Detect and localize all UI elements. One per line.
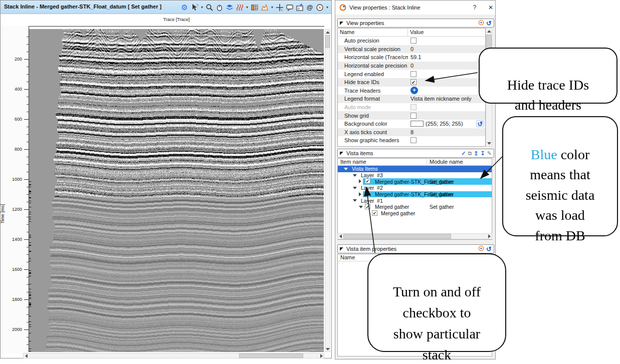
property-checkbox[interactable]: [410, 38, 417, 44]
close-icon[interactable]: ✕: [487, 4, 495, 11]
dialog-titlebar[interactable]: View properties : Stack Inline ? ✕: [335, 1, 495, 15]
item-visibility-checkbox[interactable]: [365, 191, 370, 197]
expander-down-icon[interactable]: [353, 199, 357, 202]
zoom-icon[interactable]: [205, 3, 214, 12]
expander-down-icon[interactable]: [359, 206, 363, 208]
grid-display-icon[interactable]: [250, 3, 259, 12]
scroll-left-icon[interactable]: [24, 353, 29, 358]
vertical-scroll-thumb[interactable]: [325, 35, 330, 48]
property-row[interactable]: Legend formatVista item nickname only: [338, 95, 485, 103]
y-tick-label: 600: [6, 117, 22, 122]
expander-right-icon[interactable]: [359, 179, 361, 183]
property-checkbox[interactable]: ✓: [410, 79, 417, 85]
reset-undo-icon[interactable]: ↺: [486, 246, 492, 252]
scroll-up-icon[interactable]: [325, 30, 330, 35]
target-icon[interactable]: [478, 244, 484, 253]
collapse-icon[interactable]: [340, 22, 343, 25]
item-visibility-checkbox[interactable]: ✓: [365, 204, 370, 209]
reset-undo-icon[interactable]: ↺: [486, 20, 492, 27]
view-properties-section-header[interactable]: View properties ↺: [337, 19, 494, 28]
settings-gear-icon[interactable]: ⚙: [180, 3, 189, 12]
property-checkbox[interactable]: [410, 113, 417, 119]
mouse-tool-icon[interactable]: [215, 3, 224, 12]
page: { "seismic_window": { "title": "Stack In…: [0, 0, 620, 364]
compass-caret-icon[interactable]: ▾: [325, 5, 329, 10]
scroll-right-icon[interactable]: [319, 353, 324, 358]
property-row[interactable]: Vertical scale precision0: [338, 45, 485, 54]
tree-row[interactable]: ✓Merged gatherSet gather: [338, 204, 492, 210]
seismic-canvas[interactable]: [29, 29, 324, 352]
plot-vertical-scrollbar[interactable]: [325, 29, 330, 352]
property-row[interactable]: Horizontal scale precision0: [338, 62, 485, 70]
property-row[interactable]: Hide trace IDs✓: [338, 78, 485, 87]
select-tool-icon[interactable]: [190, 3, 199, 12]
scroll-down-icon[interactable]: [325, 346, 330, 351]
vista-items-scroll-thumb[interactable]: [343, 234, 451, 239]
scroll-up-icon[interactable]: [486, 29, 492, 34]
select-tool-caret-icon[interactable]: ▾: [200, 5, 204, 10]
collapse-icon[interactable]: [340, 247, 343, 251]
copy-icon[interactable]: ⧉: [468, 151, 472, 156]
property-row[interactable]: Background color(255; 255; 255)↺: [338, 120, 485, 128]
vista-logo-icon: [339, 4, 346, 13]
wiggle-display-caret-icon[interactable]: ▾: [245, 5, 249, 10]
tree-row[interactable]: Layer #2: [338, 185, 492, 191]
add-trace-header-button[interactable]: +: [410, 87, 418, 94]
draw-pen-icon[interactable]: ✎: [487, 151, 492, 156]
collapse-icon[interactable]: [340, 152, 343, 155]
expander-down-icon[interactable]: [353, 187, 357, 189]
scroll-left-icon[interactable]: [338, 234, 343, 239]
tree-row[interactable]: ✓Merged gather-STK_Float_datumSet gather: [338, 178, 492, 185]
target-icon[interactable]: [478, 19, 484, 28]
property-row[interactable]: Show graphic headers: [338, 136, 485, 145]
wiggle-display-icon[interactable]: [235, 3, 244, 12]
layers-icon[interactable]: [225, 3, 234, 12]
property-name: Horizontal scale (Trace/cm): [338, 54, 408, 60]
scroll-right-icon[interactable]: [487, 234, 492, 239]
vista-items-horizontal-scrollbar[interactable]: [337, 233, 492, 239]
tree-row[interactable]: Layer #3: [338, 172, 492, 179]
vista-items-tree: Vista ItemsLayer #3✓Merged gather-STK_Fl…: [337, 166, 492, 233]
help-button[interactable]: ?: [471, 4, 479, 11]
property-row[interactable]: Trace Headers+: [338, 87, 485, 95]
histogram-icon[interactable]: [260, 3, 269, 12]
property-checkbox[interactable]: [410, 137, 417, 143]
snapshot-icon[interactable]: [295, 3, 304, 12]
horizontal-scroll-thumb[interactable]: [239, 353, 303, 358]
tree-row[interactable]: Layer #1: [338, 197, 492, 204]
property-value: [408, 104, 485, 110]
check-all-icon[interactable]: ✓: [461, 151, 466, 156]
import-up-icon[interactable]: ↥: [474, 151, 478, 156]
property-row[interactable]: Auto precision: [338, 37, 485, 45]
tree-row[interactable]: ✓Merged gather: [338, 210, 492, 217]
tree-row[interactable]: Vista Items: [338, 166, 492, 172]
expander-down-icon[interactable]: [353, 174, 357, 177]
property-checkbox[interactable]: [410, 71, 417, 77]
property-value-text: Vista item nickname only: [410, 96, 471, 102]
reset-undo-icon[interactable]: ↺: [476, 120, 484, 127]
vista-items-section-header[interactable]: Vista items ✓ ⧉ ↥ ↧ ✎: [337, 149, 494, 158]
vista-item-properties-section-header[interactable]: Vista item properties ↺: [337, 244, 494, 253]
plot-horizontal-scrollbar[interactable]: [23, 353, 324, 358]
expander-down-icon[interactable]: [344, 168, 348, 170]
seismic-window-titlebar[interactable]: Stack Inline - Merged gather-STK_Float_d…: [1, 1, 331, 14]
compass-icon[interactable]: [315, 3, 324, 12]
tree-row[interactable]: Merged gather-STK_Final_datumSet gather: [338, 191, 492, 198]
module-name: Set gather: [430, 179, 454, 185]
color-swatch[interactable]: [410, 121, 424, 127]
item-visibility-checkbox[interactable]: ✓: [372, 210, 377, 216]
property-value: [408, 137, 485, 143]
at-mention-icon[interactable]: @: [305, 3, 314, 12]
scroll-down-icon[interactable]: [486, 141, 492, 146]
export-down-icon[interactable]: ↧: [481, 151, 485, 156]
crosshair-icon[interactable]: [275, 3, 284, 12]
item-visibility-checkbox[interactable]: ✓: [365, 178, 370, 184]
expander-right-icon[interactable]: [359, 192, 361, 196]
histogram-caret-icon[interactable]: ▾: [270, 5, 274, 10]
comment-icon[interactable]: [285, 3, 294, 12]
property-row[interactable]: Legend enabled: [338, 70, 485, 78]
property-row[interactable]: Auto mode: [338, 103, 485, 112]
property-row[interactable]: Horizontal scale (Trace/cm)59.1: [338, 53, 485, 62]
property-row[interactable]: Show grid: [338, 111, 485, 120]
property-row[interactable]: X axis ticks count8: [338, 128, 485, 137]
